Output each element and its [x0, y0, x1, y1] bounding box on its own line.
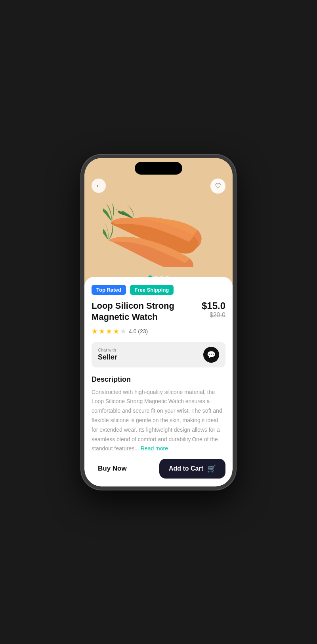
chat-seller-info: Chat with Seller — [98, 348, 117, 361]
seller-name: Seller — [98, 353, 117, 361]
chat-icon-button[interactable]: 💬 — [203, 347, 219, 363]
original-price: $20.0 — [202, 311, 225, 319]
star-5: ★ — [120, 327, 126, 336]
read-more-link[interactable]: Read more — [141, 445, 168, 452]
buy-now-button[interactable]: Buy Now — [92, 461, 133, 477]
description-heading: Description — [92, 375, 225, 384]
add-to-cart-label: Add to Cart — [169, 465, 203, 472]
star-3: ★ — [106, 327, 112, 336]
star-4: ★ — [113, 327, 119, 336]
star-1: ★ — [92, 327, 98, 336]
star-2: ★ — [99, 327, 105, 336]
chat-label: Chat with — [98, 348, 117, 352]
phone-screen: ← ♡ — [84, 158, 233, 486]
description-text: Constructed with high-quality silicone m… — [92, 388, 225, 454]
back-button[interactable]: ← — [92, 179, 106, 193]
stars: ★ ★ ★ ★ ★ — [92, 327, 126, 336]
price-block: $15.0 $20.0 — [202, 300, 225, 319]
bottom-action-bar: Buy Now Add to Cart 🛒 — [84, 453, 233, 486]
wishlist-button[interactable]: ♡ — [210, 179, 225, 194]
heart-icon: ♡ — [215, 182, 221, 190]
product-header: Loop Silicon Strong Magnetic Watch $15.0… — [92, 300, 225, 323]
rating-text: 4.0 (23) — [129, 328, 148, 334]
chat-message-icon: 💬 — [207, 350, 216, 359]
cart-icon: 🛒 — [207, 464, 216, 473]
free-shipping-badge: Free Shipping — [130, 285, 174, 295]
phone-frame: ← ♡ — [81, 155, 236, 490]
dynamic-island — [135, 162, 182, 175]
rating-row: ★ ★ ★ ★ ★ 4.0 (23) — [92, 327, 225, 336]
product-image — [103, 188, 214, 267]
add-to-cart-button[interactable]: Add to Cart 🛒 — [159, 459, 225, 479]
product-image-section: ← ♡ — [84, 158, 233, 285]
badges-row: Top Rated Free Shipping — [92, 285, 225, 295]
top-rated-badge: Top Rated — [92, 285, 126, 295]
current-price: $15.0 — [202, 300, 225, 311]
chat-with-seller[interactable]: Chat with Seller 💬 — [92, 342, 225, 367]
back-arrow-icon: ← — [95, 182, 102, 189]
product-title: Loop Silicon Strong Magnetic Watch — [92, 300, 202, 323]
